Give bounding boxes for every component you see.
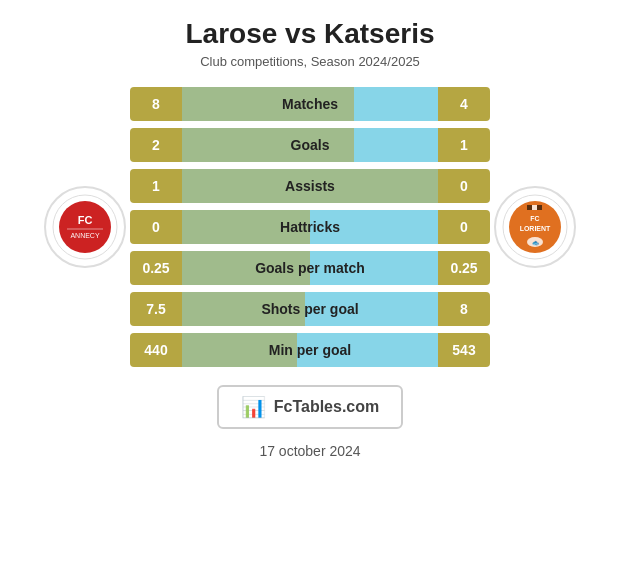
watermark-text: FcTables.com — [274, 398, 380, 416]
stat-row: 0Hattricks0 — [130, 210, 490, 244]
svg-point-1 — [59, 201, 111, 253]
stat-bar-fill — [182, 87, 354, 121]
stat-right-value: 1 — [438, 128, 490, 162]
stat-bar: Assists — [182, 169, 438, 203]
stat-bar: Goals — [182, 128, 438, 162]
stat-row: 1Assists0 — [130, 169, 490, 203]
stat-row: 7.5Shots per goal8 — [130, 292, 490, 326]
logo-left: FC ANNECY — [40, 186, 130, 268]
stat-right-value: 0 — [438, 210, 490, 244]
stat-left-value: 0.25 — [130, 251, 182, 285]
stat-right-value: 0.25 — [438, 251, 490, 285]
stat-row: 2Goals1 — [130, 128, 490, 162]
stat-bar-fill — [182, 251, 310, 285]
svg-rect-12 — [532, 205, 537, 210]
stat-bar-fill — [182, 128, 354, 162]
stat-right-value: 0 — [438, 169, 490, 203]
watermark: 📊 FcTables.com — [217, 385, 404, 429]
stat-right-value: 8 — [438, 292, 490, 326]
stat-left-value: 440 — [130, 333, 182, 367]
left-team-logo: FC ANNECY — [44, 186, 126, 268]
match-date: 17 october 2024 — [259, 443, 360, 459]
stat-left-value: 0 — [130, 210, 182, 244]
svg-rect-13 — [537, 205, 542, 210]
svg-rect-11 — [527, 205, 532, 210]
stat-row: 8Matches4 — [130, 87, 490, 121]
svg-text:🐟: 🐟 — [532, 239, 540, 247]
stat-row: 440Min per goal543 — [130, 333, 490, 367]
stat-left-value: 8 — [130, 87, 182, 121]
stat-left-value: 1 — [130, 169, 182, 203]
stat-row: 0.25Goals per match0.25 — [130, 251, 490, 285]
stat-right-value: 543 — [438, 333, 490, 367]
stat-left-value: 2 — [130, 128, 182, 162]
logo-right: FC LORIENT 🐟 — [490, 186, 580, 268]
stat-right-value: 4 — [438, 87, 490, 121]
watermark-icon: 📊 — [241, 395, 266, 419]
svg-text:FC: FC — [530, 215, 539, 222]
stat-bar: Hattricks — [182, 210, 438, 244]
stat-bar: Matches — [182, 87, 438, 121]
svg-text:ANNECY: ANNECY — [70, 232, 100, 239]
svg-text:LORIENT: LORIENT — [520, 225, 551, 232]
right-team-logo: FC LORIENT 🐟 — [494, 186, 576, 268]
stat-bar-fill — [182, 210, 310, 244]
stat-bar: Goals per match — [182, 251, 438, 285]
stat-bar: Shots per goal — [182, 292, 438, 326]
stat-bar-fill — [182, 169, 438, 203]
stat-bar-fill — [182, 333, 297, 367]
stat-left-value: 7.5 — [130, 292, 182, 326]
main-container: Larose vs Katseris Club competitions, Se… — [0, 0, 620, 580]
svg-text:FC: FC — [78, 214, 93, 226]
stat-bar-fill — [182, 292, 305, 326]
stat-bar: Min per goal — [182, 333, 438, 367]
match-subtitle: Club competitions, Season 2024/2025 — [200, 54, 420, 69]
match-title: Larose vs Katseris — [185, 18, 434, 50]
stats-area: FC ANNECY 8Matches42Goals11Assists00Hatt… — [10, 87, 610, 367]
stats-rows: 8Matches42Goals11Assists00Hattricks00.25… — [130, 87, 490, 367]
